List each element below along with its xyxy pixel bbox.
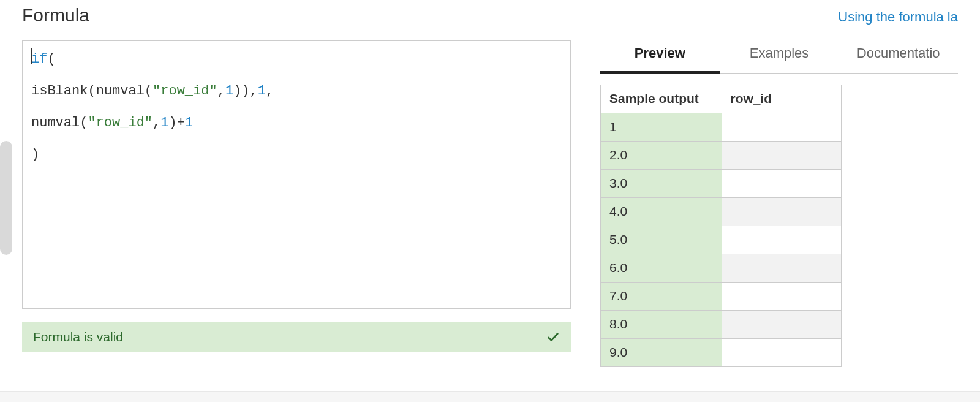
- table-row: 2.0: [601, 142, 842, 170]
- cell-sample-output: 9.0: [601, 339, 722, 367]
- token-num: 1: [258, 83, 266, 99]
- editor-line: isBlank(numval("row_id",1)),1,: [31, 85, 562, 98]
- cell-row-id: [722, 170, 842, 198]
- formula-status-message: Formula is valid: [33, 330, 123, 344]
- editor-line: if(: [31, 48, 562, 66]
- tab-documentation[interactable]: Documentatio: [839, 40, 958, 73]
- token-plain: ): [31, 147, 39, 162]
- token-plain: numval: [96, 83, 145, 99]
- cell-sample-output: 3.0: [601, 170, 722, 198]
- tab-preview[interactable]: Preview: [600, 40, 720, 73]
- token-plain: )),: [233, 83, 258, 99]
- check-icon: [546, 330, 560, 344]
- cell-row-id: [722, 311, 842, 339]
- editor-line: ): [31, 148, 562, 162]
- cell-sample-output: 4.0: [601, 198, 722, 226]
- preview-tabs: PreviewExamplesDocumentatio: [600, 40, 958, 74]
- divider-shadow: [0, 392, 980, 402]
- table-row: 9.0: [601, 339, 842, 367]
- cell-row-id: [722, 198, 842, 226]
- formula-status-bar: Formula is valid: [22, 322, 571, 352]
- token-plain: (: [47, 51, 55, 67]
- token-str: "row_id": [153, 83, 217, 99]
- cell-sample-output: 1: [601, 113, 722, 142]
- editor-line: numval("row_id",1)+1: [31, 116, 562, 130]
- table-row: 8.0: [601, 311, 842, 339]
- table-row: 7.0: [601, 283, 842, 311]
- formula-editor[interactable]: if(isBlank(numval("row_id",1)),1,numval(…: [22, 40, 571, 309]
- token-num: 1: [185, 115, 193, 131]
- cell-row-id: [722, 254, 842, 283]
- cell-row-id: [722, 113, 842, 142]
- cell-row-id: [722, 142, 842, 170]
- cell-sample-output: 2.0: [601, 142, 722, 170]
- token-plain: (: [80, 115, 88, 131]
- token-plain: ,: [153, 115, 160, 131]
- table-row: 1: [601, 113, 842, 142]
- tab-examples[interactable]: Examples: [720, 40, 839, 73]
- column-header: Sample output: [601, 85, 722, 113]
- section-title: Formula: [22, 5, 89, 26]
- cell-row-id: [722, 226, 842, 254]
- table-row: 6.0: [601, 254, 842, 283]
- table-row: 3.0: [601, 170, 842, 198]
- cell-sample-output: 7.0: [601, 283, 722, 311]
- token-plain: ,: [266, 83, 274, 99]
- token-num: 1: [225, 83, 233, 99]
- cell-sample-output: 8.0: [601, 311, 722, 339]
- column-header: row_id: [722, 85, 842, 113]
- cell-row-id: [722, 339, 842, 367]
- token-kw: if: [31, 51, 47, 67]
- preview-table: Sample outputrow_id12.03.04.05.06.07.08.…: [600, 85, 842, 367]
- table-row: 5.0: [601, 226, 842, 254]
- token-plain: numval: [31, 115, 80, 131]
- token-plain: ,: [217, 83, 225, 99]
- cell-sample-output: 6.0: [601, 254, 722, 283]
- token-plain: (: [88, 83, 96, 99]
- token-plain: (: [145, 83, 153, 99]
- help-link-formula-language[interactable]: Using the formula la: [838, 9, 958, 25]
- cell-sample-output: 5.0: [601, 226, 722, 254]
- cell-row-id: [722, 283, 842, 311]
- table-row: 4.0: [601, 198, 842, 226]
- token-str: "row_id": [88, 115, 153, 131]
- token-num: 1: [160, 115, 168, 131]
- token-plain: )+: [168, 115, 184, 131]
- token-plain: isBlank: [31, 83, 88, 99]
